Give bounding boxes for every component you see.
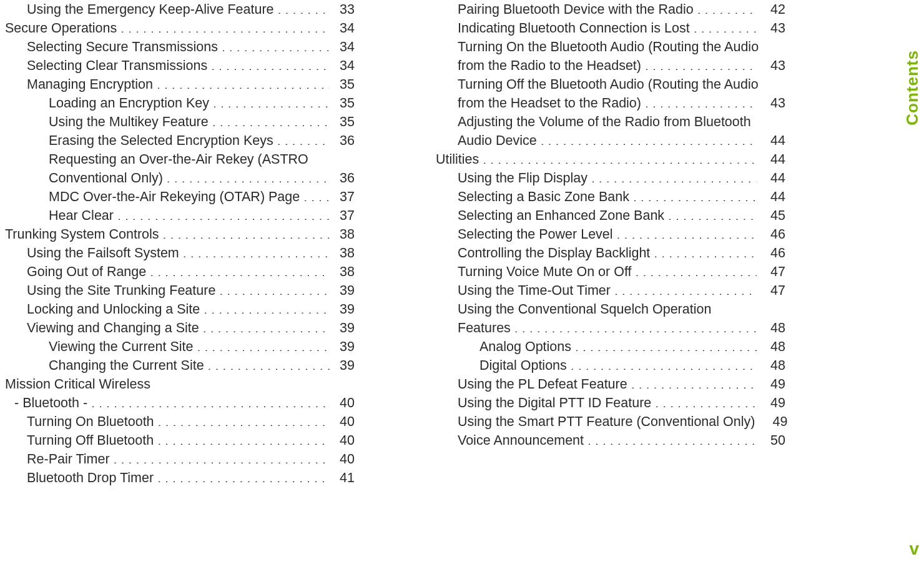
- toc-entry: Selecting an Enhanced Zone Bank 45: [436, 206, 785, 225]
- toc-entry-title: - Bluetooth -: [14, 393, 87, 412]
- toc-entry-title: from the Radio to the Headset): [458, 56, 641, 75]
- toc-column-left: Using the Emergency Keep-Alive Feature 3…: [5, 0, 405, 487]
- toc-leader-dots: [157, 76, 330, 89]
- toc-entry-title: Conventional Only): [49, 169, 163, 187]
- toc-leader-dots: [694, 19, 757, 33]
- toc-entry: Using the Digital PTT ID Feature 49: [436, 393, 785, 412]
- toc-entry-title: Turning Off the Bluetooth Audio (Routing…: [458, 77, 759, 92]
- toc-leader-dots: [645, 94, 757, 108]
- toc-entry: Using the Time-Out Timer 47: [436, 281, 785, 300]
- toc-entry: Utilities 44: [436, 150, 785, 169]
- toc-wrap-line: Using the Conventional Squelch Operation: [436, 300, 785, 319]
- toc-entry: Using the Site Trunking Feature 39: [5, 281, 355, 300]
- toc-entry: Turning Voice Mute On or Off 47: [436, 262, 785, 281]
- toc-leader-dots: [208, 357, 330, 370]
- toc-leader-dots: [117, 207, 330, 220]
- toc-entry-title: Turning On Bluetooth: [27, 412, 154, 431]
- toc-entry-title: Digital Options: [479, 356, 567, 375]
- toc-entry-title: Indicating Bluetooth Connection is Lost: [458, 19, 690, 37]
- toc-entry: Managing Encryption 35: [5, 75, 355, 94]
- toc-entry: Features 48: [436, 319, 785, 337]
- toc-entry-page: 50: [760, 431, 785, 450]
- toc-entry-title: Viewing the Current Site: [49, 337, 193, 356]
- toc-leader-dots: [91, 394, 330, 408]
- toc-entry: Digital Options 48: [436, 356, 785, 375]
- toc-leader-dots: [158, 413, 330, 427]
- toc-entry-page: 34: [333, 56, 355, 75]
- toc-entry-title: Turning Voice Mute On or Off: [458, 262, 631, 281]
- toc-entry-title: from the Headset to the Radio): [458, 94, 641, 112]
- toc-leader-dots: [150, 263, 330, 277]
- toc-entry-title: Using the Smart PTT Feature (Conventiona…: [458, 412, 755, 431]
- toc-leader-dots: [614, 282, 757, 295]
- toc-entry-title: MDC Over-the-Air Rekeying (OTAR) Page: [49, 187, 300, 206]
- toc-leader-dots: [587, 432, 757, 445]
- toc-entry-page: 39: [333, 337, 355, 356]
- toc-entry-page: 37: [333, 187, 355, 206]
- toc-columns: Using the Emergency Keep-Alive Feature 3…: [0, 0, 924, 487]
- toc-wrap-line: Turning Off the Bluetooth Audio (Routing…: [436, 75, 785, 94]
- toc-leader-dots: [157, 469, 330, 483]
- toc-entry: Audio Device 44: [436, 131, 785, 150]
- toc-entry: Erasing the Selected Encryption Keys 36: [5, 131, 355, 150]
- toc-entry-page: 34: [333, 37, 355, 56]
- toc-entry-page: 40: [333, 412, 355, 431]
- toc-entry-page: 34: [333, 19, 355, 37]
- toc-entry-title: Voice Announcement: [458, 431, 584, 450]
- toc-entry-page: 35: [333, 75, 355, 94]
- toc-entry: Using the Smart PTT Feature (Conventiona…: [436, 412, 785, 431]
- toc-entry-page: 39: [333, 319, 355, 337]
- page-number: v: [909, 539, 919, 559]
- toc-entry: Using the Failsoft System 38: [5, 244, 355, 262]
- toc-leader-dots: [655, 394, 757, 408]
- toc-leader-dots: [167, 169, 330, 183]
- toc-leader-dots: [697, 1, 757, 14]
- toc-entry-page: 43: [760, 56, 785, 75]
- toc-entry-page: 38: [333, 262, 355, 281]
- toc-entry-title: Controlling the Display Backlight: [458, 244, 650, 262]
- toc-entry-page: 43: [760, 94, 785, 112]
- toc-entry-page: 35: [333, 112, 355, 131]
- toc-entry-title: Pairing Bluetooth Device with the Radio: [458, 0, 694, 19]
- toc-entry-page: 38: [333, 244, 355, 262]
- toc-wrap-line: Turning On the Bluetooth Audio (Routing …: [436, 37, 785, 56]
- toc-entry: Selecting Secure Transmissions 34: [5, 37, 355, 56]
- toc-entry: Selecting Clear Transmissions 34: [5, 56, 355, 75]
- toc-leader-dots: [213, 94, 330, 108]
- toc-leader-dots: [222, 38, 330, 52]
- toc-entry-page: 48: [760, 356, 785, 375]
- toc-entry-page: 43: [760, 19, 785, 37]
- toc-entry-title: Adjusting the Volume of the Radio from B…: [458, 114, 751, 129]
- toc-entry: Using the Emergency Keep-Alive Feature 3…: [5, 0, 355, 19]
- toc-leader-dots: [211, 57, 330, 71]
- toc-entry-page: 48: [760, 337, 785, 356]
- toc-entry-title: Turning On the Bluetooth Audio (Routing …: [458, 39, 759, 54]
- toc-entry-title: Erasing the Selected Encryption Keys: [49, 131, 273, 150]
- toc-entry-title: Using the Digital PTT ID Feature: [458, 393, 651, 412]
- toc-entry: Conventional Only) 36: [5, 169, 355, 187]
- toc-entry-page: 44: [760, 150, 785, 169]
- toc-leader-dots: [277, 132, 330, 146]
- toc-entry-title: Selecting an Enhanced Zone Bank: [458, 206, 664, 225]
- toc-leader-dots: [212, 113, 330, 127]
- toc-leader-dots: [278, 1, 330, 14]
- toc-leader-dots: [631, 375, 757, 389]
- toc-leader-dots: [668, 207, 757, 220]
- toc-entry: Hear Clear 37: [5, 206, 355, 225]
- toc-leader-dots: [197, 338, 330, 352]
- toc-leader-dots: [303, 188, 330, 202]
- toc-entry-title: Selecting Secure Transmissions: [27, 37, 218, 56]
- toc-entry-title: Trunking System Controls: [5, 225, 159, 244]
- toc-entry: Analog Options 48: [436, 337, 785, 356]
- toc-entry: Viewing the Current Site 39: [5, 337, 355, 356]
- toc-entry-title: Requesting an Over-the-Air Rekey (ASTRO: [49, 152, 308, 167]
- toc-leader-dots: [633, 188, 757, 202]
- toc-entry: Changing the Current Site 39: [5, 356, 355, 375]
- toc-entry: Indicating Bluetooth Connection is Lost …: [436, 19, 785, 37]
- toc-entry-title: Managing Encryption: [27, 75, 153, 94]
- toc-leader-dots: [114, 450, 330, 464]
- toc-entry: from the Radio to the Headset) 43: [436, 56, 785, 75]
- toc-entry-title: Viewing and Changing a Site: [27, 319, 199, 337]
- toc-entry-title: Mission Critical Wireless: [5, 377, 150, 392]
- toc-leader-dots: [645, 57, 757, 71]
